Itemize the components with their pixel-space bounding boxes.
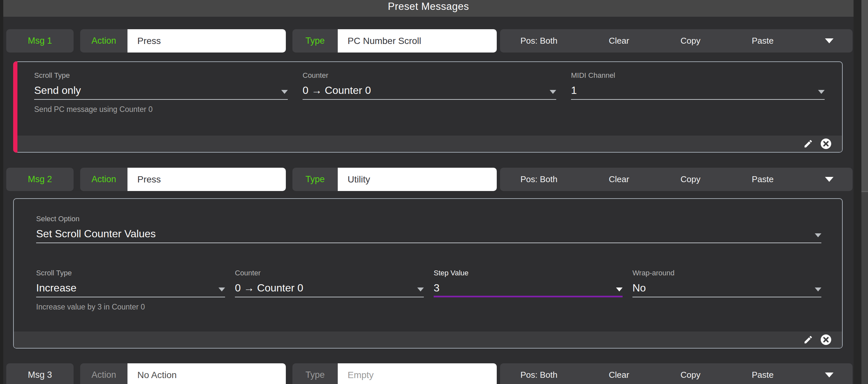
msg1-panel-body: Scroll Type Send only Send PC message us… bbox=[13, 62, 842, 136]
scroll-type-field[interactable]: Scroll Type Increase Increase value by 3… bbox=[36, 269, 225, 311]
msg3-type-input[interactable]: Empty bbox=[338, 363, 497, 384]
chevron-down-icon[interactable] bbox=[825, 373, 834, 377]
field-value: Set Scroll Counter Values bbox=[36, 228, 156, 240]
field-underline bbox=[34, 99, 288, 100]
msg3-action-input[interactable]: No Action bbox=[127, 363, 286, 384]
field-label: Counter bbox=[303, 71, 556, 80]
messages-list: Msg 1 Action Press Type PC Number Scroll… bbox=[3, 17, 854, 384]
field-underline bbox=[36, 297, 225, 298]
scrollbar-thumb[interactable] bbox=[861, 0, 868, 192]
field-value: No bbox=[632, 282, 646, 294]
dropdown-arrow-icon bbox=[616, 287, 623, 291]
msg2-actions-bar: Pos: Both Clear Copy Paste bbox=[500, 168, 852, 191]
msg2-editor-panel: Select Option Set Scroll Counter Values … bbox=[13, 198, 843, 349]
field-helper: Increase value by 3 in Counter 0 bbox=[36, 303, 225, 311]
dropdown-arrow-icon bbox=[417, 287, 424, 291]
field-underline bbox=[235, 297, 424, 298]
field-label: Scroll Type bbox=[34, 71, 288, 80]
dropdown-arrow-icon bbox=[815, 233, 822, 237]
msg2-type-input[interactable]: Utility bbox=[338, 168, 497, 191]
remove-button[interactable] bbox=[820, 138, 832, 149]
msg2-paste-button[interactable]: Paste bbox=[752, 174, 774, 184]
field-label: Wrap-around bbox=[632, 269, 822, 277]
msg2-clear-button[interactable]: Clear bbox=[609, 174, 629, 184]
dropdown-arrow-icon bbox=[818, 90, 825, 94]
msg1-pos-button[interactable]: Pos: Both bbox=[520, 36, 558, 46]
remove-button[interactable] bbox=[820, 334, 832, 345]
window-left-edge bbox=[0, 0, 3, 384]
midi-channel-field[interactable]: MIDI Channel 1 bbox=[571, 71, 825, 114]
scroll-gutter bbox=[854, 0, 861, 384]
msg2-copy-button[interactable]: Copy bbox=[680, 174, 701, 184]
msg1-accent-bar bbox=[13, 61, 18, 152]
dropdown-arrow-icon bbox=[815, 287, 822, 291]
step-value-field[interactable]: Step Value 3 bbox=[434, 269, 623, 311]
header-bar: Preset Messages bbox=[3, 0, 854, 17]
edit-button[interactable] bbox=[803, 139, 813, 149]
wrap-around-field[interactable]: Wrap-around No bbox=[632, 269, 822, 311]
msg1-editor-panel: Scroll Type Send only Send PC message us… bbox=[13, 61, 843, 152]
msg1-copy-button[interactable]: Copy bbox=[680, 36, 701, 46]
field-helper: Send PC message using Counter 0 bbox=[34, 105, 288, 114]
chevron-down-icon[interactable] bbox=[825, 38, 834, 43]
counter-field[interactable]: Counter 0 → Counter 0 bbox=[235, 269, 424, 311]
msg1-actions-bar: Pos: Both Clear Copy Paste bbox=[500, 29, 852, 53]
field-value: 0 → Counter 0 bbox=[235, 282, 303, 294]
preset-messages-screen: Preset Messages Msg 1 Action Press Type … bbox=[0, 0, 868, 384]
dropdown-arrow-icon bbox=[218, 287, 225, 291]
field-value: Increase bbox=[36, 282, 76, 294]
circle-x-icon bbox=[820, 138, 832, 149]
msg3-copy-button[interactable]: Copy bbox=[680, 370, 701, 380]
field-value: 1 bbox=[571, 84, 577, 97]
field-underline bbox=[571, 99, 825, 100]
msg3-paste-button[interactable]: Paste bbox=[752, 370, 774, 380]
edit-button[interactable] bbox=[803, 335, 813, 345]
scrollbar-track[interactable] bbox=[861, 0, 868, 384]
chevron-down-icon[interactable] bbox=[825, 177, 834, 182]
msg1-paste-button[interactable]: Paste bbox=[752, 36, 774, 46]
msg1-button[interactable]: Msg 1 bbox=[6, 29, 73, 53]
msg3-pos-button[interactable]: Pos: Both bbox=[520, 370, 558, 380]
msg3-clear-button[interactable]: Clear bbox=[609, 370, 629, 380]
message-row-3: Msg 3 Action No Action Type Empty Pos: B… bbox=[6, 363, 852, 384]
msg1-type-input[interactable]: PC Number Scroll bbox=[338, 29, 497, 53]
field-value: 3 bbox=[434, 282, 440, 294]
msg2-type-chip[interactable]: Type bbox=[292, 168, 338, 191]
field-value: Send only bbox=[34, 84, 81, 97]
pencil-icon bbox=[803, 139, 813, 149]
msg2-action-input[interactable]: Press bbox=[127, 168, 286, 191]
msg1-clear-button[interactable]: Clear bbox=[609, 36, 629, 46]
msg1-type-chip[interactable]: Type bbox=[292, 29, 338, 53]
msg1-panel-footer bbox=[18, 136, 842, 152]
scroll-type-field[interactable]: Scroll Type Send only Send PC message us… bbox=[34, 71, 288, 114]
circle-x-icon bbox=[820, 334, 832, 345]
msg3-action-chip[interactable]: Action bbox=[80, 363, 127, 384]
field-label: Counter bbox=[235, 269, 424, 277]
field-label: Select Option bbox=[36, 215, 822, 223]
msg2-button[interactable]: Msg 2 bbox=[6, 168, 73, 191]
field-underline bbox=[303, 99, 556, 100]
msg2-panel-footer bbox=[14, 331, 842, 348]
msg1-action-chip[interactable]: Action bbox=[80, 29, 127, 53]
msg3-actions-bar: Pos: Both Clear Copy Paste bbox=[500, 363, 852, 384]
field-label: Scroll Type bbox=[36, 269, 225, 277]
counter-field[interactable]: Counter 0 → Counter 0 bbox=[303, 71, 556, 114]
msg2-pos-button[interactable]: Pos: Both bbox=[520, 174, 558, 184]
page-title: Preset Messages bbox=[388, 0, 469, 13]
dropdown-arrow-icon bbox=[281, 90, 288, 94]
msg2-panel-body: Select Option Set Scroll Counter Values … bbox=[14, 199, 842, 331]
field-underline bbox=[36, 243, 822, 243]
field-value: 0 → Counter 0 bbox=[303, 84, 371, 97]
msg1-action-input[interactable]: Press bbox=[127, 29, 286, 53]
dropdown-arrow-icon bbox=[550, 90, 556, 94]
message-row-2: Msg 2 Action Press Type Utility Pos: Bot… bbox=[6, 168, 852, 191]
field-label: MIDI Channel bbox=[571, 71, 825, 80]
msg2-action-chip[interactable]: Action bbox=[80, 168, 127, 191]
pencil-icon bbox=[803, 335, 813, 345]
message-row-1: Msg 1 Action Press Type PC Number Scroll… bbox=[6, 29, 852, 53]
msg3-button[interactable]: Msg 3 bbox=[6, 363, 73, 384]
field-label: Step Value bbox=[434, 269, 623, 277]
select-option-field[interactable]: Select Option Set Scroll Counter Values bbox=[36, 215, 822, 243]
msg3-type-chip[interactable]: Type bbox=[292, 363, 338, 384]
field-underline bbox=[632, 297, 822, 298]
